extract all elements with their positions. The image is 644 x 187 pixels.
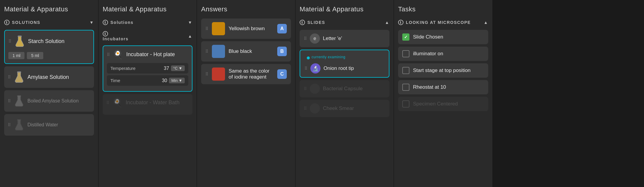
answer-a-badge[interactable]: A	[277, 24, 287, 33]
drag-handle-a: ⠿	[205, 26, 208, 31]
checkbox-slide-chosen[interactable]	[402, 33, 409, 41]
incubators-chevron[interactable]: ▲	[188, 34, 192, 39]
tasks-info-icon: ℹ	[398, 20, 403, 25]
slides-section-header[interactable]: ℹ SLIDES ▲	[300, 19, 389, 26]
slide-onion-label: Onion root tip	[323, 65, 354, 71]
slide-bacterial-item[interactable]: ⠿ Bacterial Capsule	[300, 80, 389, 97]
incubator-hotplate-card[interactable]: ⠿ 🍳 Incubator - Hot plate Temperature 37…	[103, 45, 192, 92]
distilled-water-label: Distilled Water	[27, 122, 58, 128]
panel-solutions-1: Material & Apparatus ℹ SOLUTIONS ▼ ⠿ Sta…	[0, 0, 98, 187]
waterbath-emoji: 🍳	[112, 98, 123, 108]
slide-onion-item[interactable]: currently examining ⠿ 🔬 Onion root tip	[300, 50, 389, 78]
incubator-waterbath-card[interactable]: ⠿ 🍳 Incubator - Water Bath	[103, 94, 192, 115]
svg-rect-2	[17, 96, 21, 96]
svg-rect-1	[17, 72, 21, 73]
bacterial-slide-icon	[310, 84, 320, 94]
panel-tasks: Tasks ℹ LOOKING AT MICROSCOPE ▲ Slide Ch…	[394, 0, 492, 187]
solutions-info-icon: ℹ	[4, 20, 10, 25]
temperature-value: 37	[164, 66, 169, 71]
currently-dot	[307, 56, 310, 59]
slide-letter-e-item[interactable]: ⠿ e Letter 'e'	[300, 30, 389, 47]
solutions-section-header[interactable]: ℹ SOLUTIONS ▼	[4, 19, 94, 26]
color-swatch-c	[212, 68, 225, 81]
starch-1ml-btn[interactable]: 1 ml	[8, 52, 24, 59]
panel1-title: Material & Apparatus	[4, 5, 94, 13]
checkbox-start-stage[interactable]	[402, 67, 409, 74]
starch-volume-row: 1 ml 5 ml	[8, 52, 90, 59]
task-rheostat-label: Rheostat at 10	[413, 84, 446, 90]
checkbox-illuminator[interactable]	[402, 50, 409, 57]
answer-c-text: Same as the color of iodine reagent	[229, 68, 274, 80]
hotplate-label: Incubator - Hot plate	[126, 51, 175, 58]
time-row: Time 30 Min ▼	[107, 75, 188, 86]
task-slide-chosen[interactable]: Slide Chosen	[398, 30, 488, 44]
slide-cheek-label: Cheek Smear	[323, 105, 354, 111]
slide-bacterial-label: Bacterial Capsule	[323, 86, 363, 92]
time-label: Time	[110, 78, 120, 83]
slides-chevron[interactable]: ▲	[385, 20, 389, 25]
answer-b-item[interactable]: ⠿ Blue black B	[201, 41, 291, 62]
svg-rect-3	[17, 119, 21, 120]
answer-a-item[interactable]: ⠿ Yellowish brown A	[201, 19, 291, 39]
drag-handle-boiled: ⠿	[8, 99, 11, 103]
onion-slide-icon: 🔬	[310, 63, 321, 73]
panel4-title: Material & Apparatus	[300, 5, 389, 13]
slides-info-icon: ℹ	[300, 20, 305, 25]
starch-solution-card[interactable]: ⠿ Starch Solution 1 ml 5 ml	[4, 30, 94, 64]
panel5-title: Tasks	[398, 5, 488, 13]
tasks-chevron[interactable]: ▲	[484, 20, 488, 25]
slides-label: SLIDES	[307, 20, 325, 25]
boiled-amylase-card[interactable]: ⠿ Boiled Amylase Solution	[4, 90, 94, 112]
drag-handle-cheek: ⠿	[304, 106, 307, 111]
flask-icon-distilled	[14, 118, 24, 131]
task-start-stage-label: Start stage at top position	[413, 68, 471, 73]
answer-b-badge[interactable]: B	[277, 47, 287, 56]
panel3-title: Answers	[201, 5, 291, 13]
amylase-solution-card[interactable]: ⠿ Amylase Solution	[4, 66, 94, 88]
color-swatch-a	[212, 22, 225, 35]
currently-label: currently examining	[312, 55, 346, 59]
panel-incubators: Material & Apparatus ℹ Solutions ▼ ℹ Inc…	[98, 0, 197, 187]
solutions2-label: Solutions	[110, 20, 133, 25]
drag-handle-amylase: ⠿	[8, 75, 11, 79]
distilled-water-card[interactable]: ⠿ Distilled Water	[4, 114, 94, 136]
solutions2-chevron[interactable]: ▼	[188, 20, 192, 25]
panel-slides: Material & Apparatus ℹ SLIDES ▲ ⠿ e Lett…	[295, 0, 394, 187]
time-value: 30	[162, 78, 167, 83]
time-unit[interactable]: Min ▼	[169, 78, 185, 83]
temperature-label: Temperature	[110, 66, 135, 71]
task-slide-chosen-label: Slide Chosen	[413, 34, 443, 40]
solutions-chevron[interactable]: ▼	[90, 20, 94, 25]
solutions-label: SOLUTIONS	[12, 20, 40, 25]
amylase-solution-label: Amylase Solution	[27, 74, 69, 80]
slide-letter-e-label: Letter 'e'	[323, 36, 342, 42]
drag-handle-onion: ⠿	[304, 66, 307, 71]
hotplate-emoji: 🍳	[113, 50, 123, 59]
color-swatch-b	[212, 45, 225, 58]
checkbox-rheostat[interactable]	[402, 84, 409, 91]
tasks-section-header[interactable]: ℹ LOOKING AT MICROSCOPE ▲	[398, 19, 488, 26]
task-illuminator[interactable]: illuminator on	[398, 47, 488, 61]
flask-icon-boiled	[14, 94, 24, 108]
answer-c-badge[interactable]: C	[277, 69, 287, 79]
boiled-amylase-label: Boiled Amylase Solution	[27, 98, 79, 104]
temperature-unit[interactable]: °C ▼	[171, 65, 185, 71]
incubators-header[interactable]: ℹ Incubators ▲	[103, 30, 192, 42]
panel-answers: Answers ⠿ Yellowish brown A ⠿ Blue black…	[197, 0, 295, 187]
drag-handle-b: ⠿	[205, 49, 208, 54]
temperature-row: Temperature 37 °C ▼	[107, 63, 188, 73]
starch-5ml-btn[interactable]: 5 ml	[27, 52, 43, 59]
currently-row: currently examining	[304, 54, 346, 62]
solutions-2-header[interactable]: ℹ Solutions ▼	[103, 19, 192, 26]
drag-handle-e: ⠿	[304, 36, 307, 41]
drag-handle-hotplate: ⠿	[107, 52, 110, 57]
task-start-stage[interactable]: Start stage at top position	[398, 63, 488, 78]
task-rheostat[interactable]: Rheostat at 10	[398, 80, 488, 94]
checkbox-specimen[interactable]	[402, 100, 409, 108]
task-specimen[interactable]: Specimen Centered	[398, 97, 488, 111]
drag-handle-c: ⠿	[205, 72, 208, 76]
answer-c-item[interactable]: ⠿ Same as the color of iodine reagent C	[201, 64, 291, 84]
drag-handle-bacterial: ⠿	[304, 86, 307, 91]
incubators-info-icon: ℹ	[103, 31, 108, 36]
slide-cheek-item[interactable]: ⠿ Cheek Smear	[300, 100, 389, 117]
